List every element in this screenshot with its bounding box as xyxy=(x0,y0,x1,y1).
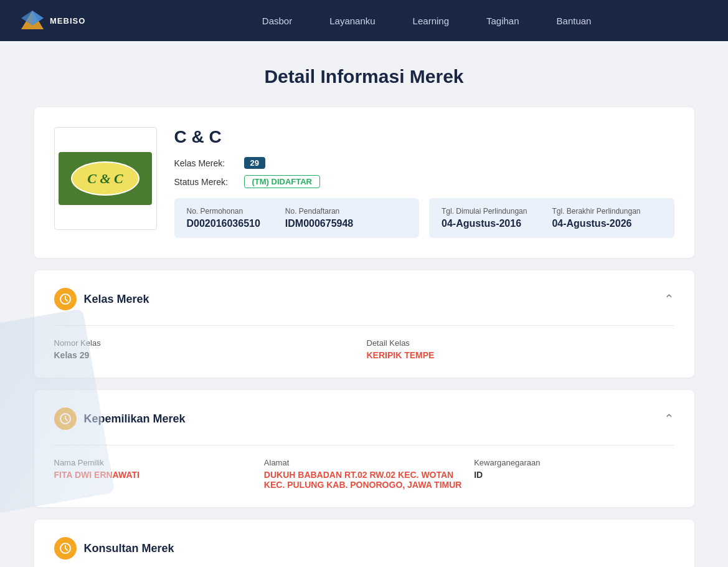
no-pendaftaran-item: No. Pendaftaran IDM000675948 xyxy=(285,207,353,229)
info-box-row-left: No. Permohonan D002016036510 No. Pendaft… xyxy=(187,207,407,229)
merek-header-card: C & C C & C Kelas Merek: 29 Status Merek… xyxy=(34,107,694,258)
alamat-value: DUKUH BABADAN RT.02 RW.02 KEC. WOTAN KEC… xyxy=(264,470,464,490)
info-box-permohonan: No. Permohonan D002016036510 No. Pendaft… xyxy=(174,198,420,238)
kewarganegaraan-label: Kewarganegaraan xyxy=(474,458,674,467)
kelas-merek-header-left: Kelas Merek xyxy=(54,288,149,310)
kelas-merek-content: Nomor Kelas Kelas 29 Detail Kelas KERIPI… xyxy=(54,338,674,360)
kelas-merek-icon xyxy=(54,288,77,310)
nomor-kelas-col: Nomor Kelas Kelas 29 xyxy=(54,338,362,360)
kepemilikan-chevron-icon[interactable]: ⌃ xyxy=(664,411,674,426)
konsultan-card: Konsultan Merek xyxy=(34,520,694,567)
nav-bantuan[interactable]: Bantuan xyxy=(557,16,592,26)
brand[interactable]: MEBISO xyxy=(20,9,85,32)
no-pendaftaran-label: No. Pendaftaran xyxy=(285,207,353,216)
kewarganegaraan-value: ID xyxy=(474,470,674,480)
kelas-merek-chevron-icon[interactable]: ⌃ xyxy=(664,292,674,307)
status-row: Status Merek: (TM) DIDAFTAR xyxy=(174,175,674,188)
kewarganegaraan-col: Kewarganegaraan ID xyxy=(474,458,674,490)
kelas-merek-header: Kelas Merek ⌃ xyxy=(54,288,674,310)
kelas-merek-divider xyxy=(54,325,674,326)
kelas-label: Kelas Merek: xyxy=(174,158,237,168)
konsultan-title: Konsultan Merek xyxy=(84,542,174,555)
no-permohonan-label: No. Permohonan xyxy=(187,207,260,216)
tgl-mulai-label: Tgl. Dimulai Perlindungan xyxy=(442,207,527,216)
info-boxes: No. Permohonan D002016036510 No. Pendaft… xyxy=(174,198,674,238)
kepemilikan-divider xyxy=(54,445,674,446)
merek-info: C & C Kelas Merek: 29 Status Merek: (TM)… xyxy=(174,127,674,238)
info-box-row-right: Tgl. Dimulai Perlindungan 04-Agustus-201… xyxy=(442,207,662,229)
navbar: MEBISO Dasbor Layananku Learning Tagihan… xyxy=(0,0,728,41)
kepemilikan-header: Kepemilikan Merek ⌃ xyxy=(54,407,674,430)
kelas-merek-title: Kelas Merek xyxy=(84,293,149,306)
status-label: Status Merek: xyxy=(174,177,237,187)
no-permohonan-value: D002016036510 xyxy=(187,218,260,229)
detail-kelas-value: KERIPIK TEMPE xyxy=(367,350,674,360)
nav-links: Dasbor Layananku Learning Tagihan Bantua… xyxy=(145,16,708,26)
info-box-perlindungan: Tgl. Dimulai Perlindungan 04-Agustus-201… xyxy=(429,198,674,238)
nomor-kelas-value: Kelas 29 xyxy=(54,350,362,360)
page-title: Detail Informasi Merek xyxy=(34,66,694,87)
tgl-mulai-item: Tgl. Dimulai Perlindungan 04-Agustus-201… xyxy=(442,207,527,229)
nav-learning[interactable]: Learning xyxy=(413,16,449,26)
status-badge: (TM) DIDAFTAR xyxy=(244,175,321,188)
tgl-berakhir-value: 04-Agustus-2026 xyxy=(552,218,640,229)
tgl-mulai-value: 04-Agustus-2016 xyxy=(442,218,527,229)
no-permohonan-item: No. Permohonan D002016036510 xyxy=(187,207,260,229)
alamat-label: Alamat xyxy=(264,458,464,467)
kelas-badge: 29 xyxy=(244,157,265,169)
nav-tagihan[interactable]: Tagihan xyxy=(486,16,519,26)
tgl-berakhir-label: Tgl. Berakhir Perlindungan xyxy=(552,207,640,216)
merek-logo-ellipse: C & C xyxy=(71,161,139,196)
merek-header: C & C C & C Kelas Merek: 29 Status Merek… xyxy=(54,127,674,238)
konsultan-icon xyxy=(54,537,77,560)
kepemilikan-card: Kepemilikan Merek ⌃ Nama Pemilik FITA DW… xyxy=(34,390,694,507)
tgl-berakhir-item: Tgl. Berakhir Perlindungan 04-Agustus-20… xyxy=(552,207,640,229)
brand-text: MEBISO xyxy=(50,16,85,26)
alamat-col: Alamat DUKUH BABADAN RT.02 RW.02 KEC. WO… xyxy=(264,458,464,490)
no-pendaftaran-value: IDM000675948 xyxy=(285,218,353,229)
merek-logo-inner: C & C xyxy=(59,152,152,205)
detail-kelas-col: Detail Kelas KERIPIK TEMPE xyxy=(367,338,674,360)
kelas-row: Kelas Merek: 29 xyxy=(174,157,674,169)
merek-logo-text: C & C xyxy=(87,171,123,187)
konsultan-header-left: Konsultan Merek xyxy=(54,537,174,560)
konsultan-header: Konsultan Merek xyxy=(54,537,674,560)
merek-logo-box: C & C xyxy=(54,127,157,230)
nav-dasbor[interactable]: Dasbor xyxy=(262,16,292,26)
nav-layananku[interactable]: Layananku xyxy=(329,16,375,26)
brand-logo-icon xyxy=(20,9,45,32)
nomor-kelas-label: Nomor Kelas xyxy=(54,338,362,348)
kepemilikan-content: Nama Pemilik FITA DWI ERNAWATI Alamat DU… xyxy=(54,458,674,490)
merek-name: C & C xyxy=(174,127,674,147)
kelas-merek-card: Kelas Merek ⌃ Nomor Kelas Kelas 29 Detai… xyxy=(34,270,694,378)
page-content: Detail Informasi Merek C & C C & C Kelas… xyxy=(22,41,707,567)
detail-kelas-label: Detail Kelas xyxy=(367,338,674,348)
